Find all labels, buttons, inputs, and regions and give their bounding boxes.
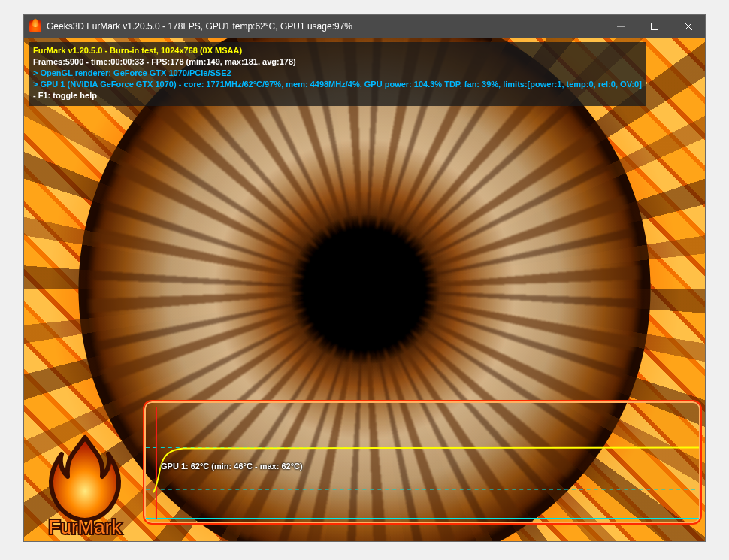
osd-frames-line: Frames:5900 - time:00:00:33 - FPS:178 (m… xyxy=(33,56,642,68)
window-titlebar: Geeks3D FurMark v1.20.5.0 - 178FPS, GPU1… xyxy=(24,15,705,38)
osd-renderer-line: > OpenGL renderer: GeForce GTX 1070/PCIe… xyxy=(33,68,642,79)
osd-panel: FurMark v1.20.5.0 - Burn-in test, 1024x7… xyxy=(29,42,646,106)
render-viewport: FurMark v1.20.5.0 - Burn-in test, 1024x7… xyxy=(24,38,705,541)
gpu-temp-graph-label: GPU 1: 62°C (min: 46°C - max: 62°C) xyxy=(161,462,303,471)
osd-title-line: FurMark v1.20.5.0 - Burn-in test, 1024x7… xyxy=(33,45,642,56)
gpu-temp-graph: GPU 1: 62°C (min: 46°C - max: 62°C) xyxy=(144,401,700,523)
osd-gpu-line: > GPU 1 (NVIDIA GeForce GTX 1070) - core… xyxy=(33,79,642,90)
close-button[interactable] xyxy=(671,15,705,38)
osd-help-line: - F1: toggle help xyxy=(33,90,642,101)
window-title: Geeks3D FurMark v1.20.5.0 - 178FPS, GPU1… xyxy=(47,21,603,32)
close-icon xyxy=(685,23,692,30)
maximize-button[interactable] xyxy=(637,15,671,38)
minimize-button[interactable] xyxy=(603,15,637,38)
maximize-icon xyxy=(651,23,658,30)
minimize-icon xyxy=(617,23,625,30)
svg-rect-0 xyxy=(651,23,658,30)
app-flame-icon xyxy=(29,20,41,32)
